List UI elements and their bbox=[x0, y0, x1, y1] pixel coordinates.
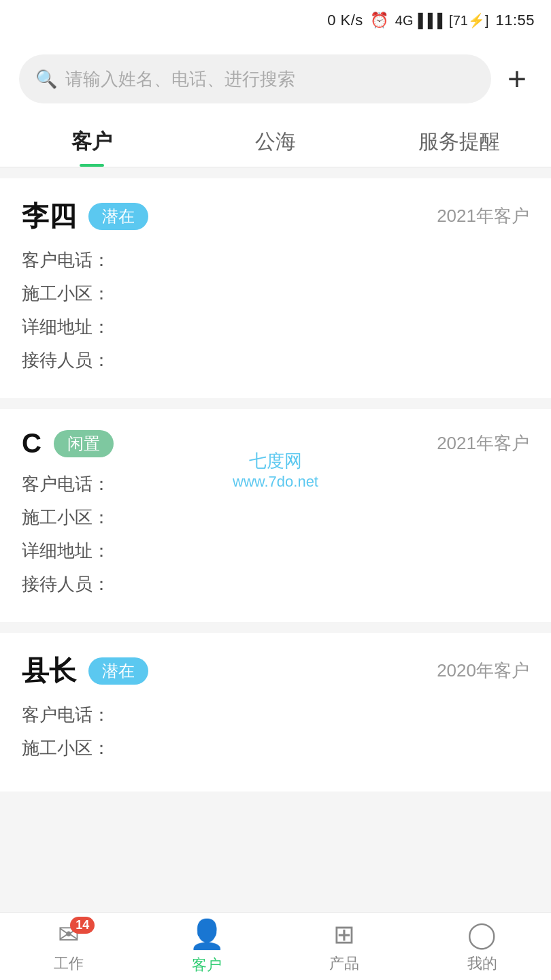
product-icon: ⊞ bbox=[333, 919, 355, 949]
work-badge: 14 bbox=[70, 917, 95, 934]
alarm-icon: ⏰ bbox=[370, 12, 388, 29]
battery-icon: [71⚡] bbox=[449, 12, 488, 29]
card-address-row-0: 详细地址： bbox=[22, 315, 529, 339]
search-box[interactable]: 🔍 请输入姓名、电话、进行搜索 bbox=[19, 54, 491, 103]
tab-active-indicator bbox=[80, 164, 104, 167]
nav-item-me[interactable]: ◯ 我的 bbox=[414, 913, 552, 980]
card-staff-1: 接待人员： bbox=[22, 572, 110, 596]
tab-fuwu[interactable]: 服务提醒 bbox=[367, 114, 551, 167]
card-address-1: 详细地址： bbox=[22, 539, 110, 563]
customer-year-2: 2020年客户 bbox=[437, 659, 529, 683]
card-header-left-0: 李四 潜在 bbox=[22, 197, 148, 235]
card-address-0: 详细地址： bbox=[22, 315, 110, 339]
card-staff-0: 接待人员： bbox=[22, 348, 110, 372]
card-phone-1: 客户电话： bbox=[22, 472, 110, 496]
nav-label-customer: 客户 bbox=[192, 955, 222, 975]
customer-year-0: 2021年客户 bbox=[437, 204, 529, 228]
nav-item-product[interactable]: ⊞ 产品 bbox=[276, 913, 414, 980]
customer-tag-1: 闲置 bbox=[54, 430, 114, 457]
card-header-left-2: 县长 潜在 bbox=[22, 652, 148, 689]
card-address-row-1: 详细地址： bbox=[22, 539, 529, 563]
nav-label-work: 工作 bbox=[54, 953, 84, 974]
card-header-left-1: C 闲置 bbox=[22, 428, 114, 459]
nav-item-customer[interactable]: 👤 客户 bbox=[138, 913, 276, 980]
tab-gonghai[interactable]: 公海 bbox=[184, 114, 367, 167]
add-button[interactable]: + bbox=[502, 63, 532, 95]
card-community-row-0: 施工小区： bbox=[22, 282, 529, 306]
customer-card-1[interactable]: C 闲置 2021年客户 客户电话： 施工小区： 详细地址： 接待人员： bbox=[0, 409, 551, 622]
card-header-0: 李四 潜在 2021年客户 bbox=[22, 197, 529, 235]
customer-name-1: C bbox=[22, 428, 41, 459]
card-phone-row-0: 客户电话： bbox=[22, 248, 529, 272]
card-phone-2: 客户电话： bbox=[22, 703, 110, 727]
top-tab-bar: 客户 公海 服务提醒 bbox=[0, 114, 551, 167]
customer-card-2[interactable]: 县长 潜在 2020年客户 客户电话： 施工小区： bbox=[0, 633, 551, 791]
card-header-2: 县长 潜在 2020年客户 bbox=[22, 652, 529, 689]
me-icon: ◯ bbox=[467, 919, 497, 949]
search-icon: 🔍 bbox=[35, 69, 57, 90]
customer-list: 七度网 www.7do.net 李四 潜在 2021年客户 客户电话： 施工小区… bbox=[0, 178, 551, 877]
signal-icon: 4G▐▐▐ bbox=[395, 13, 442, 29]
card-community-row-2: 施工小区： bbox=[22, 736, 529, 760]
card-community-row-1: 施工小区： bbox=[22, 506, 529, 529]
card-phone-row-1: 客户电话： bbox=[22, 472, 529, 496]
search-area: 🔍 请输入姓名、电话、进行搜索 + bbox=[0, 41, 551, 114]
card-staff-row-1: 接待人员： bbox=[22, 572, 529, 596]
nav-label-me: 我的 bbox=[467, 953, 497, 974]
card-community-2: 施工小区： bbox=[22, 736, 110, 760]
customer-year-1: 2021年客户 bbox=[437, 431, 529, 455]
clock: 11:55 bbox=[495, 12, 535, 29]
card-phone-0: 客户电话： bbox=[22, 248, 110, 272]
bottom-nav: 14 ✉ 工作 👤 客户 ⊞ 产品 ◯ 我的 bbox=[0, 912, 551, 980]
customer-name-0: 李四 bbox=[22, 197, 76, 235]
card-community-0: 施工小区： bbox=[22, 282, 110, 306]
customer-tag-0: 潜在 bbox=[88, 203, 148, 230]
nav-item-work[interactable]: 14 ✉ 工作 bbox=[0, 913, 138, 980]
nav-label-product: 产品 bbox=[329, 953, 359, 974]
card-community-1: 施工小区： bbox=[22, 506, 110, 529]
customer-icon: 👤 bbox=[189, 917, 224, 951]
customer-card-0[interactable]: 李四 潜在 2021年客户 客户电话： 施工小区： 详细地址： 接待人员： bbox=[0, 178, 551, 398]
tab-kehu[interactable]: 客户 bbox=[0, 114, 184, 167]
status-bar: 0 K/s ⏰ 4G▐▐▐ [71⚡] 11:55 bbox=[0, 0, 551, 41]
customer-tag-2: 潜在 bbox=[88, 657, 148, 685]
card-staff-row-0: 接待人员： bbox=[22, 348, 529, 372]
customer-name-2: 县长 bbox=[22, 652, 76, 689]
network-speed: 0 K/s bbox=[327, 12, 363, 29]
card-phone-row-2: 客户电话： bbox=[22, 703, 529, 727]
search-placeholder: 请输入姓名、电话、进行搜索 bbox=[65, 67, 295, 91]
card-header-1: C 闲置 2021年客户 bbox=[22, 428, 529, 459]
